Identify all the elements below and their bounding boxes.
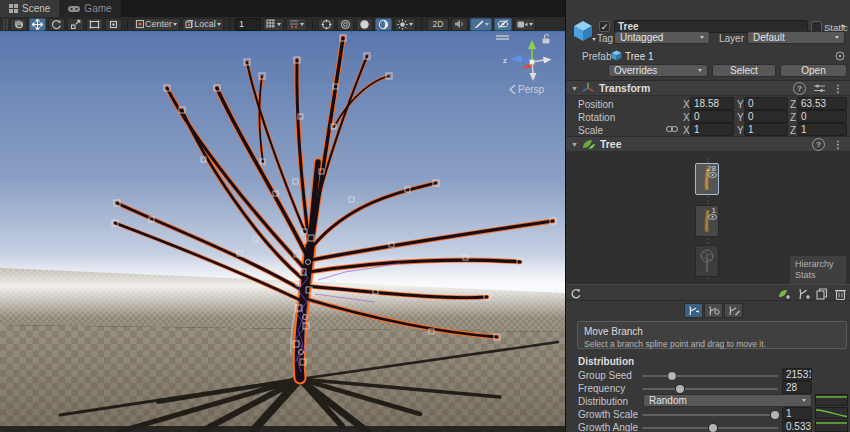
z-axis-label: Z [790,125,796,136]
hand-tool-button[interactable] [10,18,27,31]
gizmo-crosshair-toggle[interactable] [318,18,335,31]
unity-editor-window: Scene Game Center [0,0,850,432]
toolbar-drag-handle[interactable] [3,19,8,30]
foldout-icon[interactable]: ▼ [571,141,578,148]
toolbar-separator [127,19,128,30]
move-tool-button[interactable] [29,18,46,31]
effects-toggle[interactable] [470,18,492,31]
frequency-label: Frequency [578,383,625,394]
tool-info-box: Move Branch Select a branch spline point… [577,321,847,349]
tree-node-branch-group-2[interactable]: 1 [695,205,719,237]
y-axis-label: Y [737,112,744,123]
position-x-field[interactable]: 18.58 [690,97,734,110]
help-icon[interactable]: ? [793,82,806,95]
delete-node-button[interactable] [832,287,848,300]
rect-tool-button[interactable] [86,18,103,31]
grid-visibility-button[interactable] [263,18,284,31]
growth-scale-value-field[interactable]: 1 [782,407,812,420]
growth-angle-slider[interactable] [642,427,778,429]
pivot-mode-dropdown[interactable]: Center [133,18,180,31]
tab-game[interactable]: Game [59,0,120,17]
help-icon[interactable]: ? [812,138,825,151]
eye-icon[interactable] [708,172,717,178]
distribution-value: Random [649,395,687,406]
scale-x-field[interactable]: 1 [690,123,734,136]
scale-y-field[interactable]: 1 [744,123,788,136]
layer-dropdown[interactable]: Default [747,31,845,44]
move-branch-tool-button[interactable] [684,303,703,318]
rotation-y-field[interactable]: 0 [744,110,788,123]
tree-node-root[interactable] [695,245,719,277]
snap-settings-button[interactable] [286,18,307,31]
tree-node-branch-group-1[interactable]: 28 [695,163,719,195]
camera-settings-button[interactable] [514,18,536,31]
distribution-dropdown[interactable]: Random [643,394,812,407]
grid-size-field[interactable]: 1 [235,18,261,31]
tab-scene-label: Scene [22,3,50,14]
tree-component-header[interactable]: ▼ Tree ? ⋮ [566,136,850,152]
x-axis-label: X [683,112,690,123]
growth-angle-curve-preview[interactable] [815,420,848,432]
group-seed-slider[interactable] [642,375,778,377]
scale-tool-button[interactable] [67,18,84,31]
scale-z-field[interactable]: 1 [797,123,847,136]
growth-angle-value-field[interactable]: 0.533 [782,420,812,432]
position-z-field[interactable]: 63.53 [797,97,847,110]
tag-dropdown[interactable]: Untagged [614,31,710,44]
active-checkbox[interactable]: ✓ [599,21,610,32]
camera-icon [517,20,528,29]
group-seed-value-field[interactable]: 215311 [782,368,812,381]
tab-scene[interactable]: Scene [0,0,59,17]
prefab-open-button[interactable]: Open [780,64,847,77]
viewport-bottom-band [0,426,565,432]
link-scale-icon[interactable] [666,125,678,133]
eye-icon[interactable] [708,214,717,220]
freehand-branch-tool-button[interactable] [724,303,743,318]
prefab-select-button[interactable]: Select [712,64,776,77]
audio-toggle[interactable] [451,18,468,31]
gameobject-icon-dropdown[interactable] [592,38,596,41]
scene-visibility-toggle[interactable] [494,18,512,31]
distribution-curve-preview[interactable] [815,394,848,406]
prefab-label: Prefab [582,51,611,62]
stats-line1: Hierarchy [795,259,841,270]
2d-toggle[interactable]: 2D [427,18,449,31]
move-icon [32,19,43,30]
duplicate-node-button[interactable] [814,287,830,300]
projection-label[interactable]: Persp [518,84,545,95]
refresh-icon[interactable] [570,288,582,300]
transform-tool-button[interactable] [105,18,122,31]
lighting-toggle[interactable] [394,18,416,31]
scene-viewport[interactable]: z Persp [0,32,565,432]
gizmo-center-cube[interactable] [530,60,535,65]
position-y-field[interactable]: 0 [744,97,788,110]
tree-node-canvas[interactable]: 28 1 Hierarchy Stats [566,152,850,285]
transform-title: Transform [599,82,650,94]
growth-scale-curve-preview[interactable] [815,407,848,419]
growth-scale-slider[interactable] [642,414,778,416]
foldout-icon[interactable]: ▼ [571,85,578,92]
prefab-options-icon[interactable] [835,51,845,61]
chevron-down-icon [173,23,177,26]
space-mode-dropdown[interactable]: Local [182,18,224,31]
prefab-name[interactable]: Tree 1 [625,51,654,62]
prefab-overrides-dropdown[interactable]: Overrides [608,64,708,77]
add-leaf-group-button[interactable] [776,287,793,300]
gizmo-crescent-toggle[interactable] [375,18,392,31]
rotate-tool-button[interactable] [48,18,65,31]
kebab-menu-icon[interactable]: ⋮ [833,139,843,150]
rotate-branch-tool-button[interactable] [704,303,723,318]
frequency-slider[interactable] [642,388,778,390]
preset-icon[interactable] [814,84,825,93]
gizmo-filled-toggle[interactable] [356,18,373,31]
tool-info-title: Move Branch [584,326,840,337]
rotation-z-field[interactable]: 0 [797,110,847,123]
rotation-x-field[interactable]: 0 [690,110,734,123]
transform-header[interactable]: ▼ Transform ? ⋮ [566,80,850,96]
gizmo-ring-toggle[interactable] [337,18,354,31]
static-dropdown-arrow[interactable] [841,25,845,28]
growth-scale-label: Growth Scale [578,409,638,420]
add-branch-group-button[interactable] [795,287,812,300]
kebab-menu-icon[interactable]: ⋮ [833,83,843,94]
frequency-value-field[interactable]: 28 [782,381,812,394]
